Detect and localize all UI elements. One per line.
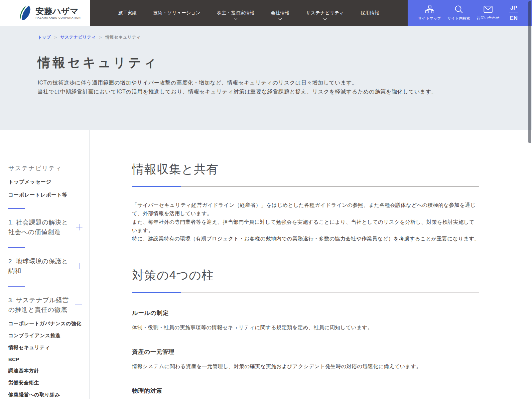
sidebar-item-compliance[interactable]: コンプライアンス推進 <box>8 332 89 339</box>
lang-jp-button[interactable]: JP <box>509 5 518 13</box>
search-icon <box>455 5 463 14</box>
breadcrumb: トップ > サステナビリティ > 情報セキュリティ <box>38 35 532 40</box>
chevron-down-icon <box>234 17 237 20</box>
subsection-body: 体制・役割・社員の実施事項等の情報セキュリティに関する規定類を定め、社員に周知し… <box>132 324 480 332</box>
subsection-heading: 資産の一元管理 <box>132 348 479 356</box>
plus-icon[interactable] <box>75 223 83 231</box>
brand-subtitle: HAZAMA ANDO CORPORATION <box>36 16 81 19</box>
sidebar-item-sustainability-top[interactable]: サステナビリティ <box>8 164 89 172</box>
chevron-down-icon <box>324 17 327 20</box>
sidebar-item-bcp[interactable]: BCP <box>8 356 89 362</box>
sidebar-divider <box>8 247 25 248</box>
section-four-pillars: 対策の4つの柱 ルールの制定 体制・役割・社員の実施事項等の情報セキュリティに関… <box>132 267 479 399</box>
subsection-rules: ルールの制定 体制・役割・社員の実施事項等の情報セキュリティに関する規定類を定め… <box>132 309 479 332</box>
nav-item-recruit[interactable]: 採用情報 <box>360 7 379 20</box>
nav-item-investor-relations[interactable]: 株主・投資家情報 <box>217 7 254 20</box>
breadcrumb-separator: > <box>54 35 57 40</box>
page-description: ICTの技術進歩に伴う適用範囲の増加やサイバー攻撃の高度化・増加など、情報セキュ… <box>38 78 480 96</box>
breadcrumb-home-link[interactable]: トップ <box>38 35 51 40</box>
sidebar-section-2-environment[interactable]: 2. 地球環境の保護と調和 <box>8 256 89 276</box>
sidebar-section-3-sustainable-management[interactable]: 3. サステナブル経営の推進と責任の徹底 <box>8 295 89 315</box>
sidebar-item-top-message[interactable]: トップメッセージ <box>8 179 89 185</box>
site-header: 安藤ハザマ HAZAMA ANDO CORPORATION 施工実績 技術・ソリ… <box>0 0 532 26</box>
section-heading-rule <box>132 186 479 187</box>
breadcrumb-sustainability-link[interactable]: サステナビリティ <box>60 35 96 40</box>
sidebar-item-procurement-policy[interactable]: 調達基本方針 <box>8 368 89 374</box>
section-heading: 情報収集と共有 <box>132 161 479 178</box>
chevron-down-icon <box>279 17 282 20</box>
sidebar-item-health-management[interactable]: 健康経営への取り組み <box>8 392 89 398</box>
language-switch: JP EN <box>504 5 524 22</box>
nav-item-technology-solutions[interactable]: 技術・ソリューション <box>153 7 200 20</box>
site-search-button[interactable]: サイト内検索 <box>445 5 472 21</box>
company-logo[interactable]: 安藤ハザマ HAZAMA ANDO CORPORATION <box>0 0 90 26</box>
sidebar-navigation: サステナビリティ トップメッセージ コーポレートレポート等 1. 社会課題の解決… <box>0 130 90 399</box>
subsection-physical-measures: 物理的対策 各種ツール類を計画的に導入・更新を行い、リスクの自動での低減を図って… <box>132 387 479 399</box>
section-body: 「サイバーセキュリティ経営ガイドライン（経産省）」をはじめとした各種ガイドライン… <box>132 201 480 243</box>
main-navigation: 施工実績 技術・ソリューション 株主・投資家情報 会社情報 サステナビリティ 採… <box>90 0 408 26</box>
page-title: 情報セキュリティ <box>38 54 532 71</box>
sidebar-divider <box>8 286 25 287</box>
utility-menu: サイトマップ サイト内検索 お問い合わせ JP EN <box>408 0 532 26</box>
vertical-scrollbar[interactable] <box>528 1 531 143</box>
sidebar-divider <box>8 208 25 209</box>
subsection-asset-management: 資産の一元管理 情報システムに関わる資産を一元管理し、対策の確実な実施およびアク… <box>132 348 479 371</box>
subsection-heading: 物理的対策 <box>132 387 479 395</box>
page-hero: トップ > サステナビリティ > 情報セキュリティ 情報セキュリティ ICTの技… <box>0 26 532 130</box>
sidebar-item-corporate-report[interactable]: コーポレートレポート等 <box>8 192 89 198</box>
sidebar-section-3-sublist: コーポレートガバナンスの強化 コンプライアンス推進 情報セキュリティ BCP 調… <box>8 321 89 399</box>
subsection-heading: ルールの制定 <box>132 309 479 317</box>
nav-item-construction-results[interactable]: 施工実績 <box>118 7 137 20</box>
sidebar-item-occupational-safety[interactable]: 労働安全衛生 <box>8 380 89 386</box>
plus-icon[interactable] <box>75 262 83 270</box>
sidebar-item-information-security[interactable]: 情報セキュリティ <box>8 344 89 351</box>
main-content: 情報収集と共有 「サイバーセキュリティ経営ガイドライン（経産省）」をはじめとした… <box>90 130 479 399</box>
sidebar-item-corporate-governance[interactable]: コーポレートガバナンスの強化 <box>8 321 89 327</box>
section-heading: 対策の4つの柱 <box>132 267 479 284</box>
mail-icon <box>483 6 493 13</box>
lang-en-button[interactable]: EN <box>510 15 518 22</box>
sidebar-section-1-social-issues[interactable]: 1. 社会課題の解決と社会への価値創造 <box>8 217 89 237</box>
minus-icon[interactable] <box>74 301 83 309</box>
content-area: サステナビリティ トップメッセージ コーポレートレポート等 1. 社会課題の解決… <box>0 130 532 399</box>
nav-item-sustainability[interactable]: サステナビリティ <box>306 7 344 20</box>
contact-button[interactable]: お問い合わせ <box>474 6 502 20</box>
nav-item-company-info[interactable]: 会社情報 <box>271 7 290 20</box>
subsection-body: 情報システムに関わる資産を一元管理し、対策の確実な実施およびアクシデント発生時の… <box>132 362 480 371</box>
sitemap-icon <box>425 5 434 14</box>
logo-leaf-icon <box>19 4 32 22</box>
section-information-gathering: 情報収集と共有 「サイバーセキュリティ経営ガイドライン（経産省）」をはじめとした… <box>132 161 479 243</box>
brand-name: 安藤ハザマ <box>36 7 81 15</box>
sitemap-button[interactable]: サイトマップ <box>416 5 443 21</box>
section-heading-rule <box>132 292 479 293</box>
breadcrumb-separator: > <box>99 35 102 40</box>
breadcrumb-current-page: 情報セキュリティ <box>105 35 141 40</box>
